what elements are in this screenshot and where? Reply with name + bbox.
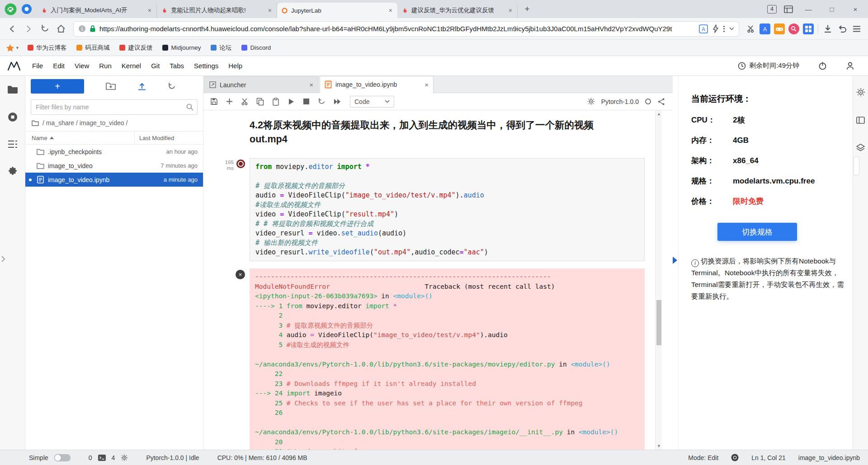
column-last-modified[interactable]: Last Modified <box>134 132 203 144</box>
menu-kernel[interactable]: Kernel <box>117 62 146 70</box>
url-translate-icon[interactable]: A <box>699 24 708 33</box>
screenshot-scissors-icon[interactable] <box>744 22 757 36</box>
paste-cells-button[interactable] <box>269 95 283 108</box>
bookmark-star-icon[interactable]: ▼ <box>6 44 19 52</box>
close-button[interactable]: × <box>847 5 863 13</box>
markdown-heading-cell[interactable]: 4.2将原来视频中的音频提取出来，加入到生成的视频当中，得到了一个新的视频out… <box>250 118 609 146</box>
game-extension-icon[interactable] <box>773 22 786 36</box>
kernel-count[interactable]: 4 <box>112 454 115 461</box>
table-of-contents-tab-icon[interactable] <box>8 140 18 148</box>
run-all-button[interactable] <box>330 95 344 108</box>
notification-icon[interactable] <box>731 454 739 461</box>
undo-icon[interactable] <box>835 22 849 36</box>
menu-help[interactable]: Help <box>223 62 247 70</box>
browser-panel-icon[interactable] <box>784 5 793 13</box>
bookmark-item[interactable]: 建议反馈 <box>119 44 152 52</box>
browser-profile-icon[interactable] <box>21 4 32 14</box>
switch-spec-button[interactable]: 切换规格 <box>717 223 797 241</box>
download-count-badge[interactable]: 4 <box>767 5 777 14</box>
forward-icon[interactable] <box>21 21 36 37</box>
tab-close-icon[interactable]: × <box>309 81 313 89</box>
translate-extension-icon[interactable]: A <box>758 22 772 36</box>
user-icon[interactable] <box>846 61 854 70</box>
home-icon[interactable] <box>53 21 69 37</box>
browser-tab[interactable]: 入门与案例_ModelArts_AI开× <box>37 3 157 18</box>
menu-file[interactable]: File <box>27 62 48 70</box>
running-kernels-tab-icon[interactable] <box>8 112 18 122</box>
maximize-button[interactable]: □ <box>824 5 840 13</box>
layers-icon[interactable] <box>856 144 865 151</box>
terminal-icon[interactable] <box>98 455 106 461</box>
power-icon[interactable] <box>818 61 827 70</box>
browser-tab[interactable]: 竟能让照片人物动起来唱歌!× <box>157 3 277 18</box>
code-editor[interactable]: from moviepy.editor import * # 提取原视频文件的音… <box>255 162 639 257</box>
tab-launcher[interactable]: Launcher × <box>204 76 318 93</box>
share-icon[interactable] <box>657 98 665 106</box>
scroll-up-icon[interactable]: ▲ <box>656 112 662 116</box>
browser-logo-icon[interactable] <box>5 3 17 15</box>
editor-mode[interactable]: Mode: Edit <box>688 454 718 461</box>
clear-output-icon[interactable]: × <box>236 270 245 279</box>
tab-close-icon[interactable]: × <box>147 7 152 14</box>
bookmark-item[interactable]: 码豆商城 <box>76 44 109 52</box>
refresh-icon[interactable] <box>168 82 176 90</box>
notebook-scrollbar[interactable]: ▲ ▼ <box>655 110 662 450</box>
cell-type-dropdown[interactable]: Code <box>350 96 394 108</box>
add-cell-button[interactable] <box>222 95 236 108</box>
new-folder-icon[interactable] <box>106 82 116 90</box>
minimize-button[interactable]: — <box>800 5 816 13</box>
tab-close-icon[interactable]: × <box>388 7 393 14</box>
scrollbar-thumb[interactable] <box>656 300 661 345</box>
cursor-position[interactable]: Ln 1, Col 21 <box>751 454 786 461</box>
menu-settings[interactable]: Settings <box>189 62 223 70</box>
menu-edit[interactable]: Edit <box>48 62 70 70</box>
search-extension-icon[interactable] <box>787 22 801 36</box>
kernel-gear-icon[interactable] <box>121 454 128 461</box>
tab-notebook[interactable]: image_to_video.ipynb × <box>320 76 434 93</box>
reload-icon[interactable] <box>37 21 52 37</box>
browser-tab[interactable]: 建议反馈_华为云优化建议反馈× <box>397 3 518 18</box>
simple-mode-toggle[interactable] <box>54 454 71 461</box>
menu-git[interactable]: Git <box>146 62 165 70</box>
browser-tab[interactable]: JupyterLab× <box>277 3 397 18</box>
settings-gear-icon[interactable] <box>856 88 865 97</box>
speed-bolt-icon[interactable] <box>712 24 719 33</box>
sidebar-expander-icon[interactable] <box>1 256 5 264</box>
kernel-settings-icon[interactable] <box>587 98 595 105</box>
tab-close-icon[interactable]: × <box>267 7 273 14</box>
restart-kernel-button[interactable] <box>315 95 329 108</box>
menu-tabs[interactable]: Tabs <box>165 62 189 70</box>
extension-manager-tab-icon[interactable] <box>8 166 18 176</box>
scroll-down-icon[interactable]: ▼ <box>656 444 662 448</box>
kernel-status-text[interactable]: Pytorch-1.0.0 | Idle <box>146 454 199 461</box>
column-name[interactable]: Name <box>32 135 47 141</box>
run-button[interactable] <box>284 95 298 108</box>
filter-files-input[interactable] <box>31 99 198 115</box>
url-field[interactable]: https://authoring-modelarts-cnnorth4.hua… <box>73 21 739 37</box>
tab-close-icon[interactable]: × <box>425 81 429 89</box>
terminal-count[interactable]: 0 <box>89 454 92 461</box>
stop-button[interactable] <box>299 95 313 108</box>
breadcrumb[interactable]: / ma_share / image_to_video / <box>25 115 203 131</box>
download-icon[interactable] <box>821 22 835 36</box>
error-output-cell[interactable]: × --------------------------------------… <box>203 268 673 450</box>
code-cell[interactable]: 165 ms from moviepy.editor import * # 提取… <box>203 158 673 261</box>
bookmark-item[interactable]: Discord <box>241 44 271 51</box>
panel-splitter[interactable] <box>673 76 678 450</box>
file-row[interactable]: image_to_video7 minutes ago <box>25 159 203 173</box>
cut-cells-button[interactable] <box>238 95 252 108</box>
upload-icon[interactable] <box>137 82 146 90</box>
cell-run-indicator-icon[interactable] <box>236 160 245 168</box>
new-launcher-button[interactable]: + <box>31 79 84 94</box>
apps-grid-icon[interactable] <box>802 22 815 36</box>
bookmark-item[interactable]: Midjourney <box>162 44 201 51</box>
menu-view[interactable]: View <box>70 62 94 70</box>
collapsed-tab-handle[interactable] <box>854 156 859 175</box>
menu-icon[interactable] <box>850 22 863 36</box>
site-info-icon[interactable] <box>78 25 86 33</box>
file-row[interactable]: image_to_video.ipynba minute ago <box>25 173 203 187</box>
copy-cells-button[interactable] <box>253 95 267 108</box>
tab-close-icon[interactable]: × <box>508 7 513 14</box>
kernel-name[interactable]: Pytorch-1.0.0 <box>601 98 639 105</box>
bookmark-item[interactable]: 论坛 <box>211 44 231 52</box>
